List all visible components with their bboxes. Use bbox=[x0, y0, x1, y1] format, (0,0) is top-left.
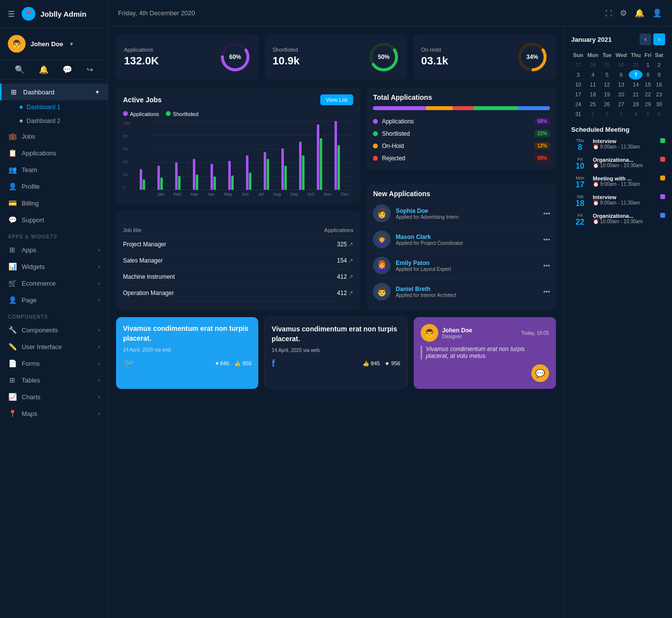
calendar-day[interactable]: 9 bbox=[653, 70, 665, 80]
calendar-day[interactable]: 13 bbox=[613, 80, 629, 89]
sidebar-item-widgets[interactable]: 📊 Widgets › bbox=[0, 258, 108, 275]
sidebar-item-charts[interactable]: 📈 Charts › bbox=[0, 388, 108, 405]
sidebar-item-ui[interactable]: ✏️ User Interface › bbox=[0, 338, 108, 355]
applicant-menu-icon[interactable]: ••• bbox=[543, 262, 550, 269]
sidebar-item-page[interactable]: 👤 Page › bbox=[0, 292, 108, 308]
calendar-day[interactable]: 29 bbox=[601, 60, 613, 70]
calendar-day[interactable]: 16 bbox=[653, 80, 665, 89]
cal-next-button[interactable]: › bbox=[653, 33, 665, 45]
applicant-menu-icon[interactable]: ••• bbox=[543, 236, 550, 243]
logout-icon[interactable]: ↪ bbox=[87, 65, 93, 74]
applicant-avatar: 👩‍🦱 bbox=[373, 231, 391, 248]
calendar-day[interactable]: 2 bbox=[653, 60, 665, 70]
calendar-day[interactable]: 6 bbox=[613, 70, 629, 80]
calendar-day[interactable]: 27 bbox=[613, 99, 629, 109]
calendar-day[interactable]: 18 bbox=[585, 89, 601, 99]
calendar-day[interactable]: 19 bbox=[601, 89, 613, 99]
calendar-day[interactable]: 4 bbox=[629, 109, 642, 119]
search-icon[interactable]: 🔍 bbox=[15, 65, 25, 74]
calendar-day[interactable]: 30 bbox=[613, 60, 629, 70]
sidebar-nav: ⊞ Dashboard ▼ Dashboard 1 Dashboard 2 💼 … bbox=[0, 80, 108, 618]
calendar-day[interactable]: 24 bbox=[571, 99, 585, 109]
calendar-day[interactable]: 12 bbox=[601, 80, 613, 89]
sidebar-item-team[interactable]: 👥 Team bbox=[0, 161, 108, 178]
calendar-day[interactable]: 2 bbox=[601, 109, 613, 119]
calendar-day[interactable]: 3 bbox=[571, 70, 585, 80]
calendar-day[interactable]: 5 bbox=[642, 109, 653, 119]
sidebar-item-dashboard[interactable]: ⊞ Dashboard ▼ bbox=[0, 84, 108, 100]
maps-label: Maps bbox=[22, 410, 37, 417]
ui-icon: ✏️ bbox=[8, 343, 17, 351]
user-dropdown-icon[interactable]: ▼ bbox=[69, 41, 74, 47]
sidebar: ☰ 📍 Joblly Admin 👨 Johen Doe ▼ 🔍 🔔 💬 ↪ ⊞… bbox=[0, 0, 108, 618]
calendar-day[interactable]: 6 bbox=[653, 109, 665, 119]
sidebar-item-applications[interactable]: 📋 Applications bbox=[0, 145, 108, 161]
calendar-day[interactable]: 1 bbox=[585, 109, 601, 119]
calendar-day[interactable]: 5 bbox=[601, 70, 613, 80]
sidebar-item-dashboard-1[interactable]: Dashboard 1 bbox=[20, 100, 108, 114]
widgets-icon: 📊 bbox=[8, 263, 17, 270]
calendar-day[interactable]: 23 bbox=[653, 89, 665, 99]
cal-prev-button[interactable]: ‹ bbox=[640, 33, 651, 45]
topbar-user-icon[interactable]: 👤 bbox=[652, 8, 662, 18]
logo-icon: 📍 bbox=[22, 7, 35, 21]
calendar-day[interactable]: 31 bbox=[571, 109, 585, 119]
calendar-day[interactable]: 15 bbox=[642, 80, 653, 89]
ui-arrow-icon: › bbox=[98, 344, 100, 350]
sidebar-item-forms[interactable]: 📄 Forms › bbox=[0, 355, 108, 372]
view-list-button[interactable]: View List bbox=[320, 94, 354, 105]
chart-x-labels: JanFebMarAprMayJunJulAugSepOctNovDec bbox=[138, 192, 353, 197]
sidebar-item-tables[interactable]: ⊞ Tables › bbox=[0, 372, 108, 388]
calendar-day[interactable]: 8 bbox=[642, 70, 653, 80]
app-legend-item: Applications 58% bbox=[373, 115, 550, 127]
sidebar-item-dashboard-2[interactable]: Dashboard 2 bbox=[20, 114, 108, 128]
job-apps-count: 412 ↗ bbox=[337, 290, 353, 296]
calendar-day[interactable]: 28 bbox=[629, 99, 642, 109]
calendar-day[interactable]: 29 bbox=[642, 99, 653, 109]
sidebar-item-support[interactable]: 💬 Support bbox=[0, 211, 108, 228]
applicant-name: Mason Clark bbox=[396, 234, 538, 240]
calendar-day[interactable]: 1 bbox=[642, 60, 653, 70]
meeting-time: ⏰ 9:00am - 11:30am bbox=[593, 144, 656, 149]
calendar-day[interactable]: 21 bbox=[629, 89, 642, 99]
calendar-day[interactable]: 31 bbox=[629, 60, 642, 70]
calendar-day[interactable]: 7 bbox=[629, 70, 642, 80]
calendar-day[interactable]: 27 bbox=[571, 60, 585, 70]
components-icon: 🔧 bbox=[8, 326, 17, 334]
calendar-day[interactable]: 10 bbox=[571, 80, 585, 89]
calendar-day[interactable]: 11 bbox=[585, 80, 601, 89]
sidebar-item-profile[interactable]: 👤 Profile bbox=[0, 178, 108, 195]
calendar-day[interactable]: 22 bbox=[642, 89, 653, 99]
cal-day-header: Wed bbox=[613, 50, 629, 60]
fullscreen-icon[interactable]: ⛶ bbox=[605, 9, 612, 17]
applicant-menu-icon[interactable]: ••• bbox=[543, 210, 550, 217]
calendar-day[interactable]: 20 bbox=[613, 89, 629, 99]
bell-icon[interactable]: 🔔 bbox=[39, 65, 49, 74]
hamburger-icon[interactable]: ☰ bbox=[8, 9, 15, 19]
ecommerce-label: Ecommerce bbox=[22, 280, 56, 287]
calendar-day[interactable]: 17 bbox=[571, 89, 585, 99]
sidebar-item-components[interactable]: 🔧 Components › bbox=[0, 322, 108, 338]
calendar-day[interactable]: 4 bbox=[585, 70, 601, 80]
calendar-day[interactable]: 26 bbox=[601, 99, 613, 109]
notification-icon[interactable]: 🔔 bbox=[635, 8, 644, 18]
chat-bubble-icon[interactable]: 💬 bbox=[531, 364, 549, 382]
trend-icon: ↗ bbox=[348, 290, 353, 296]
calendar-day[interactable]: 3 bbox=[613, 109, 629, 119]
applications-icon: 📋 bbox=[8, 149, 17, 157]
sidebar-item-maps[interactable]: 📍 Maps › bbox=[0, 405, 108, 422]
applicant-menu-icon[interactable]: ••• bbox=[543, 288, 550, 295]
sidebar-item-apps[interactable]: ⊞ Apps › bbox=[0, 241, 108, 258]
sidebar-item-billing[interactable]: 💳 Billing bbox=[0, 195, 108, 211]
settings-icon[interactable]: ⚙ bbox=[620, 8, 627, 18]
calendar-day[interactable]: 28 bbox=[585, 60, 601, 70]
applicant-role: Applied for Layout Expert bbox=[396, 266, 538, 272]
calendar-day[interactable]: 14 bbox=[629, 80, 642, 89]
twitter-shares: 👍 956 bbox=[234, 360, 251, 367]
calendar-day[interactable]: 30 bbox=[653, 99, 665, 109]
sidebar-item-ecommerce[interactable]: 🛒 Ecommerce › bbox=[0, 275, 108, 292]
legend-label: Shortlisted bbox=[382, 130, 410, 137]
calendar-day[interactable]: 25 bbox=[585, 99, 601, 109]
sidebar-item-jobs[interactable]: 💼 Jobs bbox=[0, 128, 108, 145]
chat-icon[interactable]: 💬 bbox=[62, 65, 72, 74]
